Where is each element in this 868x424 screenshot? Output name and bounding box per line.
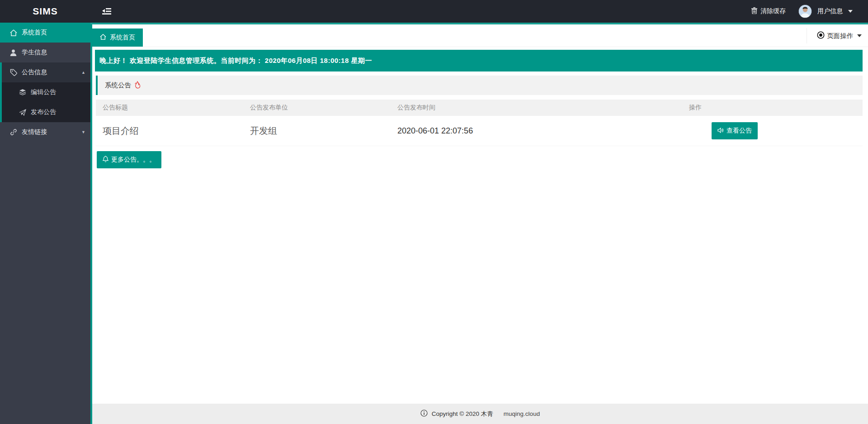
caret-down-icon: ▼ bbox=[81, 130, 85, 134]
sidebar-item-label: 编辑公告 bbox=[31, 88, 56, 96]
sidebar-collapse-icon[interactable] bbox=[102, 8, 111, 15]
panel-title: 系统公告 bbox=[105, 81, 131, 90]
home-icon bbox=[100, 34, 106, 41]
col-header-time: 公告发布时间 bbox=[391, 100, 682, 116]
send-icon bbox=[19, 109, 26, 116]
announcement-time: 2020-06-01 22:07:56 bbox=[391, 116, 682, 146]
caret-up-icon: ▲ bbox=[81, 70, 85, 75]
trash-icon bbox=[751, 7, 757, 15]
page-body: 晚上好！ 欢迎登陆学生信息管理系统。当前时间为： 2020年06月08日 18:… bbox=[92, 47, 868, 168]
col-header-unit: 公告发布单位 bbox=[243, 100, 391, 116]
tab-label: 系统首页 bbox=[110, 33, 135, 42]
bell-icon bbox=[103, 156, 108, 164]
sidebar-item-announcements[interactable]: 公告信息 ▲ bbox=[2, 62, 90, 82]
copyright-text: Copyright © 2020 木青 bbox=[432, 410, 493, 418]
topbar-accent-strip bbox=[90, 23, 868, 24]
view-announcement-label: 查看公告 bbox=[726, 127, 752, 135]
sidebar-group-announcements: 公告信息 ▲ 编辑公告 发布公告 bbox=[0, 62, 90, 122]
clear-cache-label: 清除缓存 bbox=[760, 7, 786, 15]
sidebar-item-home[interactable]: 系统首页 bbox=[0, 23, 90, 43]
sidebar-right-border bbox=[90, 24, 92, 424]
welcome-text: 晚上好！ 欢迎登陆学生信息管理系统。当前时间为： 2020年06月08日 18:… bbox=[99, 57, 372, 65]
speaker-icon bbox=[717, 127, 724, 135]
view-announcement-button[interactable]: 查看公告 bbox=[712, 122, 758, 139]
panel-header-system-announcements: 系统公告 bbox=[96, 76, 863, 95]
page-actions-label: 页面操作 bbox=[827, 32, 853, 40]
sidebar-item-label: 友情链接 bbox=[22, 128, 47, 136]
topbar-right: 清除缓存 用户信息 bbox=[751, 5, 868, 18]
more-announcements-button[interactable]: 更多公告。。。 bbox=[97, 151, 161, 168]
welcome-banner: 晚上好！ 欢迎登陆学生信息管理系统。当前时间为： 2020年06月08日 18:… bbox=[95, 50, 863, 71]
user-menu[interactable]: 用户信息 bbox=[798, 5, 853, 18]
main-content: 系统首页 页面操作 晚上好！ 欢迎登陆学生信息管理系统。当前时间为： 2020年… bbox=[92, 24, 868, 424]
sidebar-item-label: 公告信息 bbox=[22, 68, 47, 76]
sidebar-item-edit-announcement[interactable]: 编辑公告 bbox=[2, 82, 90, 102]
sidebar-item-publish-announcement[interactable]: 发布公告 bbox=[2, 102, 90, 122]
footer-domain-link[interactable]: muqing.cloud bbox=[504, 410, 540, 417]
user-info-label: 用户信息 bbox=[817, 7, 843, 15]
info-icon bbox=[420, 410, 428, 418]
announcement-table: 公告标题 公告发布单位 公告发布时间 操作 项目介绍 开发组 2020-06-0… bbox=[96, 100, 863, 146]
announcement-title: 项目介绍 bbox=[96, 116, 243, 146]
app-logo[interactable]: SIMS bbox=[0, 6, 90, 17]
announcement-unit: 开发组 bbox=[243, 116, 391, 146]
avatar bbox=[798, 5, 812, 18]
chevron-down-icon bbox=[848, 10, 853, 13]
dot-circle-icon bbox=[817, 31, 825, 40]
tab-home[interactable]: 系统首页 bbox=[92, 29, 143, 47]
home-icon bbox=[9, 29, 17, 37]
sidebar-item-label: 系统首页 bbox=[22, 29, 47, 37]
col-header-action: 操作 bbox=[682, 100, 863, 116]
chevron-down-icon bbox=[857, 34, 862, 37]
sidebar-item-links[interactable]: 友情链接 ▼ bbox=[0, 122, 90, 142]
link-icon bbox=[9, 129, 17, 136]
clear-cache-button[interactable]: 清除缓存 bbox=[751, 7, 786, 15]
sidebar-item-students[interactable]: 学生信息 bbox=[0, 43, 90, 62]
footer: Copyright © 2020 木青 muqing.cloud bbox=[92, 404, 868, 424]
more-announcements-label: 更多公告。。。 bbox=[111, 156, 156, 164]
sidebar-item-label: 发布公告 bbox=[31, 108, 56, 116]
topbar: SIMS bbox=[0, 0, 868, 23]
sidebar-item-label: 学生信息 bbox=[22, 48, 47, 57]
flame-icon bbox=[134, 81, 141, 90]
tag-icon bbox=[9, 69, 17, 76]
layers-icon bbox=[19, 89, 26, 96]
page-actions-dropdown[interactable]: 页面操作 bbox=[807, 28, 862, 43]
tab-bar: 系统首页 页面操作 bbox=[92, 24, 868, 47]
table-header-row: 公告标题 公告发布单位 公告发布时间 操作 bbox=[96, 100, 863, 116]
sidebar-nav: 系统首页 学生信息 公告信息 ▲ bbox=[0, 23, 90, 424]
table-row: 项目介绍 开发组 2020-06-01 22:07:56 bbox=[96, 116, 863, 146]
col-header-title: 公告标题 bbox=[96, 100, 243, 116]
user-icon bbox=[9, 49, 17, 57]
app-window: SIMS bbox=[0, 0, 868, 424]
